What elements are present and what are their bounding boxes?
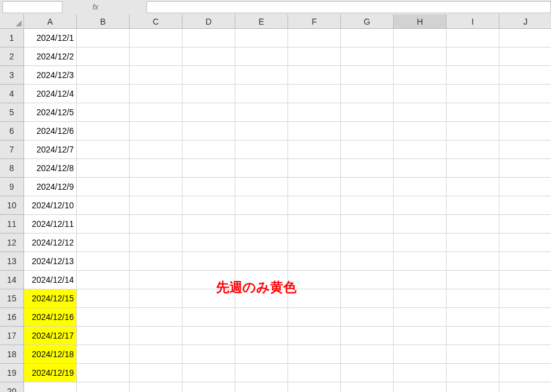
cell-E5[interactable]	[235, 103, 288, 122]
cell-B18[interactable]	[77, 345, 130, 364]
cell-A17[interactable]: 2024/12/17	[24, 327, 77, 345]
row-header-17[interactable]: 17	[0, 327, 24, 345]
cell-I2[interactable]	[447, 47, 499, 66]
row-header-19[interactable]: 19	[0, 364, 24, 382]
row-header-16[interactable]: 16	[0, 308, 24, 327]
cell-G9[interactable]	[341, 178, 394, 196]
cell-B17[interactable]	[77, 327, 130, 345]
cell-I6[interactable]	[447, 122, 499, 140]
cell-F13[interactable]	[288, 252, 341, 271]
cell-I8[interactable]	[447, 159, 499, 178]
cell-F17[interactable]	[288, 327, 341, 345]
cell-G10[interactable]	[341, 196, 394, 215]
cell-I17[interactable]	[447, 327, 499, 345]
cell-A8[interactable]: 2024/12/8	[24, 159, 77, 178]
cell-H8[interactable]	[394, 159, 447, 178]
cell-G8[interactable]	[341, 159, 394, 178]
cell-E9[interactable]	[235, 178, 288, 196]
cell-F7[interactable]	[288, 140, 341, 159]
cell-C8[interactable]	[130, 159, 182, 178]
row-header-14[interactable]: 14	[0, 271, 24, 289]
cell-H3[interactable]	[394, 66, 447, 85]
row-header-15[interactable]: 15	[0, 289, 24, 308]
cell-H12[interactable]	[394, 234, 447, 252]
cell-G11[interactable]	[341, 215, 394, 234]
cell-F3[interactable]	[288, 66, 341, 85]
cell-E12[interactable]	[235, 234, 288, 252]
cell-H19[interactable]	[394, 364, 447, 382]
cell-E13[interactable]	[235, 252, 288, 271]
cell-H9[interactable]	[394, 178, 447, 196]
cell-C13[interactable]	[130, 252, 182, 271]
cell-D20[interactable]	[182, 382, 235, 392]
cell-C9[interactable]	[130, 178, 182, 196]
cell-A14[interactable]: 2024/12/14	[24, 271, 77, 289]
cell-A4[interactable]: 2024/12/4	[24, 85, 77, 103]
cell-B10[interactable]	[77, 196, 130, 215]
cell-G6[interactable]	[341, 122, 394, 140]
cell-H10[interactable]	[394, 196, 447, 215]
cell-D14[interactable]	[182, 271, 235, 289]
cell-I7[interactable]	[447, 140, 499, 159]
cell-J17[interactable]	[499, 327, 551, 345]
cell-A12[interactable]: 2024/12/12	[24, 234, 77, 252]
cell-I16[interactable]	[447, 308, 499, 327]
cell-B11[interactable]	[77, 215, 130, 234]
row-header-5[interactable]: 5	[0, 103, 24, 122]
cell-D1[interactable]	[182, 29, 235, 47]
cell-H13[interactable]	[394, 252, 447, 271]
cell-D16[interactable]	[182, 308, 235, 327]
cell-B8[interactable]	[77, 159, 130, 178]
cell-D10[interactable]	[182, 196, 235, 215]
cell-J4[interactable]	[499, 85, 551, 103]
cell-C7[interactable]	[130, 140, 182, 159]
cell-F12[interactable]	[288, 234, 341, 252]
row-header-3[interactable]: 3	[0, 66, 24, 85]
cell-E2[interactable]	[235, 47, 288, 66]
cell-G20[interactable]	[341, 382, 394, 392]
row-header-9[interactable]: 9	[0, 178, 24, 196]
cell-H20[interactable]	[394, 382, 447, 392]
cell-H15[interactable]	[394, 289, 447, 308]
cell-J11[interactable]	[499, 215, 551, 234]
cell-E14[interactable]	[235, 271, 288, 289]
column-header-E[interactable]: E	[235, 14, 288, 29]
cell-C5[interactable]	[130, 103, 182, 122]
cell-I11[interactable]	[447, 215, 499, 234]
cell-F5[interactable]	[288, 103, 341, 122]
cell-I1[interactable]	[447, 29, 499, 47]
row-header-1[interactable]: 1	[0, 29, 24, 47]
column-header-J[interactable]: J	[499, 14, 551, 29]
cell-H18[interactable]	[394, 345, 447, 364]
cell-C18[interactable]	[130, 345, 182, 364]
cell-I19[interactable]	[447, 364, 499, 382]
cell-G13[interactable]	[341, 252, 394, 271]
cell-E20[interactable]	[235, 382, 288, 392]
column-header-I[interactable]: I	[447, 14, 499, 29]
cell-H2[interactable]	[394, 47, 447, 66]
spreadsheet-grid[interactable]: ABCDEFGHIJ12024/12/122024/12/232024/12/3…	[0, 14, 551, 392]
cell-F2[interactable]	[288, 47, 341, 66]
cell-D3[interactable]	[182, 66, 235, 85]
row-header-2[interactable]: 2	[0, 47, 24, 66]
cell-C20[interactable]	[130, 382, 182, 392]
cell-B5[interactable]	[77, 103, 130, 122]
cell-B9[interactable]	[77, 178, 130, 196]
cell-G3[interactable]	[341, 66, 394, 85]
cell-J12[interactable]	[499, 234, 551, 252]
column-header-F[interactable]: F	[288, 14, 341, 29]
cell-I15[interactable]	[447, 289, 499, 308]
cell-I5[interactable]	[447, 103, 499, 122]
cell-H16[interactable]	[394, 308, 447, 327]
cell-D9[interactable]	[182, 178, 235, 196]
cell-J15[interactable]	[499, 289, 551, 308]
cell-A7[interactable]: 2024/12/7	[24, 140, 77, 159]
cell-C14[interactable]	[130, 271, 182, 289]
cell-E4[interactable]	[235, 85, 288, 103]
cell-F11[interactable]	[288, 215, 341, 234]
cell-J3[interactable]	[499, 66, 551, 85]
cell-J16[interactable]	[499, 308, 551, 327]
cell-D7[interactable]	[182, 140, 235, 159]
row-header-12[interactable]: 12	[0, 234, 24, 252]
cell-H14[interactable]	[394, 271, 447, 289]
